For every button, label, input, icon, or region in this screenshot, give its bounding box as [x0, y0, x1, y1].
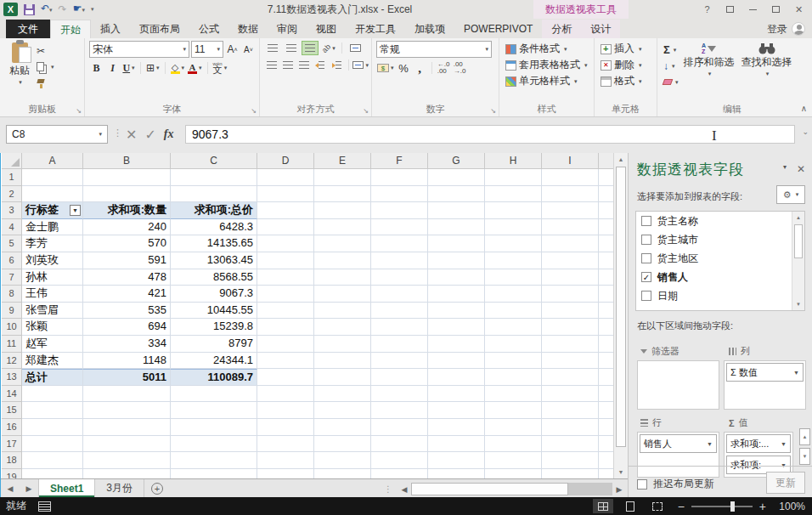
italic-button[interactable]: I — [105, 60, 120, 76]
fill-button[interactable]: ↓▾ — [662, 59, 680, 73]
cell-E5[interactable] — [314, 235, 371, 252]
row-header-13[interactable]: 13 — [2, 369, 22, 386]
cell-C11[interactable]: 8797 — [171, 336, 257, 353]
row-header-9[interactable]: 9 — [2, 303, 22, 320]
cell-E2[interactable] — [314, 186, 371, 203]
cell-F14[interactable] — [371, 386, 428, 403]
cell-H1[interactable] — [485, 169, 542, 186]
cell-F6[interactable] — [371, 252, 428, 269]
tab-插入[interactable]: 插入 — [91, 20, 130, 38]
cell-G17[interactable] — [428, 436, 485, 453]
scroll-right-icon[interactable]: ▶ — [612, 485, 626, 494]
cell-F18[interactable] — [371, 452, 428, 469]
column-header-F[interactable]: F — [371, 153, 428, 169]
cell-D16[interactable] — [257, 419, 314, 436]
cell-F7[interactable] — [371, 269, 428, 286]
cell-I18[interactable] — [542, 452, 599, 469]
cell-G11[interactable] — [428, 336, 485, 353]
cell-E3[interactable] — [314, 202, 371, 219]
field-scroll-down-icon[interactable]: ▼ — [792, 298, 804, 310]
align-bottom-button[interactable] — [302, 41, 319, 55]
restore-button[interactable] — [764, 0, 787, 19]
autosum-button[interactable]: Σ▾ — [662, 42, 680, 57]
expand-formula-bar-icon[interactable]: ⌄ — [802, 127, 809, 136]
cell-D11[interactable] — [257, 336, 314, 353]
tab-加载项[interactable]: 加载项 — [405, 20, 454, 38]
row-header-4[interactable]: 4 — [2, 219, 22, 236]
cell-D15[interactable] — [257, 402, 314, 419]
cell-C2[interactable] — [171, 186, 257, 203]
cell-B4[interactable]: 240 — [83, 219, 171, 236]
row-header-14[interactable]: 14 — [2, 386, 22, 403]
ribbon-options-button[interactable] — [719, 0, 742, 19]
cell-B3[interactable]: 求和项:数量 — [83, 202, 171, 219]
cell-A5[interactable]: 李芳 — [22, 235, 83, 252]
cell-D12[interactable] — [257, 353, 314, 370]
column-header-D[interactable]: D — [257, 153, 314, 169]
normal-view-button[interactable] — [593, 499, 613, 513]
save-icon[interactable] — [24, 4, 35, 15]
row-labels-filter-icon[interactable]: ▼ — [70, 205, 81, 216]
accounting-format-button[interactable]: $▾ — [376, 60, 395, 76]
help-button[interactable]: ? — [696, 0, 719, 19]
row-header-18[interactable]: 18 — [2, 452, 22, 469]
page-layout-view-button[interactable] — [620, 499, 640, 513]
row-header-6[interactable]: 6 — [2, 252, 22, 269]
cell-G7[interactable] — [428, 269, 485, 286]
percent-style-button[interactable]: % — [397, 60, 411, 76]
row-header-10[interactable]: 10 — [2, 319, 22, 336]
field-item-日期[interactable]: 日期 — [636, 286, 804, 305]
pane-options-icon[interactable]: ▾ — [783, 163, 787, 175]
cell-A10[interactable]: 张颖 — [22, 319, 83, 336]
vertical-scrollbar[interactable]: ▲ ▼ — [613, 153, 628, 478]
cell-I6[interactable] — [542, 252, 599, 269]
cell-C4[interactable]: 6428.3 — [171, 219, 257, 236]
cell-G13[interactable] — [428, 369, 485, 386]
cell-C12[interactable]: 24344.1 — [171, 353, 257, 370]
cell-E12[interactable] — [314, 353, 371, 370]
cell-G19[interactable] — [428, 469, 485, 478]
field-checkbox-货主名称[interactable] — [641, 216, 651, 226]
font-size-combo[interactable]: 11▾ — [191, 41, 223, 58]
align-center-button[interactable] — [280, 58, 295, 72]
cell-F11[interactable] — [371, 336, 428, 353]
dropdown-arrow-icon[interactable]: ▼ — [707, 441, 713, 447]
values-scroll-up-icon[interactable]: ▲ — [799, 428, 810, 445]
cell-A6[interactable]: 刘英玫 — [22, 252, 83, 269]
cell-E14[interactable] — [314, 386, 371, 403]
horizontal-scrollbar-thumb[interactable] — [411, 483, 568, 495]
cell-A4[interactable]: 金士鹏 — [22, 219, 83, 236]
cell-H4[interactable] — [485, 219, 542, 236]
align-top-button[interactable] — [264, 41, 281, 55]
cell-A1[interactable] — [22, 169, 83, 186]
cell-H6[interactable] — [485, 252, 542, 269]
format-as-table-button[interactable]: 套用表格格式▾ — [504, 57, 591, 73]
confirm-entry-icon[interactable]: ✓ — [144, 127, 155, 143]
cell-E11[interactable] — [314, 336, 371, 353]
cell-E16[interactable] — [314, 419, 371, 436]
cell-G3[interactable] — [428, 202, 485, 219]
column-header-H[interactable]: H — [485, 153, 542, 169]
field-scrollbar-thumb[interactable] — [794, 224, 803, 258]
cell-B9[interactable]: 535 — [83, 303, 171, 320]
page-break-view-button[interactable] — [647, 499, 668, 513]
cell-D18[interactable] — [257, 452, 314, 469]
cell-G14[interactable] — [428, 386, 485, 403]
cell-H3[interactable] — [485, 202, 542, 219]
cell-D17[interactable] — [257, 436, 314, 453]
row-header-2[interactable]: 2 — [2, 186, 22, 203]
cell-H14[interactable] — [485, 386, 542, 403]
zoom-in-icon[interactable]: + — [759, 501, 766, 512]
borders-button[interactable]: ⊞▾ — [145, 60, 161, 76]
cell-F8[interactable] — [371, 286, 428, 303]
cell-E8[interactable] — [314, 286, 371, 303]
orientation-button[interactable]: ab▾ — [320, 41, 337, 55]
phonetic-guide-button[interactable]: wén文▾ — [212, 60, 228, 76]
cell-E1[interactable] — [314, 169, 371, 186]
cell-styles-button[interactable]: 单元格样式▾ — [504, 73, 591, 89]
defer-checkbox[interactable] — [637, 479, 647, 490]
minimize-button[interactable] — [742, 0, 764, 19]
tab-页面布局[interactable]: 页面布局 — [130, 20, 189, 38]
format-cells-button[interactable]: 格式▾ — [599, 73, 654, 89]
find-select-button[interactable]: 查找和选择 ▾ — [738, 41, 796, 89]
